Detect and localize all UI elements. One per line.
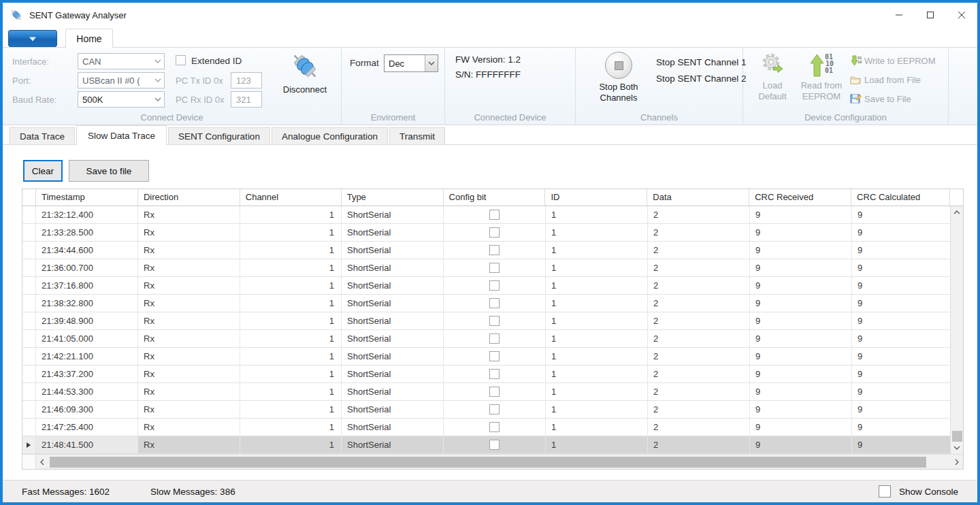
column-header-timestamp[interactable]: Timestamp [36,189,138,206]
table-row[interactable]: 21:42:21.100Rx1ShortSerial1299 [22,348,963,365]
table-row[interactable]: 21:39:48.900Rx1ShortSerial1299 [22,312,963,330]
cell-channel: 1 [240,224,342,242]
config-bit-checkbox[interactable] [489,351,500,361]
load-from-file-button[interactable]: Load from File [849,74,921,86]
stop-sent-channel-2-button[interactable]: Stop SENT Channel 2 [656,74,747,84]
tab-analogue-configuration[interactable]: Analogue Configuration [272,127,388,145]
cell-crc-received: 9 [750,295,852,312]
column-header-data[interactable]: Data [647,189,749,206]
scroll-left-icon[interactable] [36,455,48,469]
config-bit-checkbox[interactable] [489,422,500,432]
interface-combobox[interactable]: CAN [78,53,165,69]
scroll-up-icon[interactable] [951,206,963,218]
ribbon-tab-home[interactable]: Home [65,29,113,48]
column-header-crc-calculated[interactable]: CRC Calculated [851,189,950,206]
cell-crc-received: 9 [750,259,852,277]
baud-rate-combobox[interactable]: 500K [78,91,165,108]
horizontal-scroll-thumb[interactable] [50,457,926,468]
table-row[interactable]: 21:46:09.300Rx1ShortSerial1299 [22,401,963,419]
table-row[interactable]: 21:41:05.000Rx1ShortSerial1299 [22,330,963,348]
stop-both-channels-button[interactable]: Stop Both Channels [588,52,649,103]
table-row[interactable]: 21:43:37.200Rx1ShortSerial1299 [22,365,963,383]
tab-sent-configuration[interactable]: SENT Configuration [168,127,270,145]
table-row[interactable]: 21:33:28.500Rx1ShortSerial1299 [22,224,963,242]
cell-data: 2 [648,383,750,401]
column-header-id[interactable]: ID [545,189,647,206]
config-bit-checkbox[interactable] [489,280,500,291]
table-row[interactable]: 21:34:44.600Rx1ShortSerial1299 [22,242,963,259]
baud-rate-label: Baud Rate: [12,95,56,105]
maximize-button[interactable] [915,3,946,27]
save-to-file-toolbar-button[interactable]: Save to file [69,160,149,182]
cell-data: 2 [648,206,750,224]
stop-sent-channel-1-button[interactable]: Stop SENT Channel 1 [656,57,747,67]
write-to-eeprom-button[interactable]: 01 10 Write to EEPROM [849,54,936,67]
cell-crc-received: 9 [750,312,852,330]
cell-type: ShortSerial [342,224,444,242]
load-file-label: Load from File [864,75,921,85]
table-row[interactable]: 21:38:32.800Rx1ShortSerial1299 [22,295,963,312]
table-row[interactable]: 21:37:16.800Rx1ShortSerial1299 [22,277,963,295]
table-row[interactable]: 21:47:25.400Rx1ShortSerial1299 [22,419,963,436]
tab-slow-data-trace[interactable]: Slow Data Trace [76,125,167,145]
cell-config-bit [444,436,546,454]
group-device-configuration: Load Default 01 10 01 Read from EEPROM 0… [743,48,949,125]
cell-crc-received: 9 [750,419,852,436]
group-connected-device: FW Version: 1.2 S/N: FFFFFFFF Connected … [445,48,576,125]
scroll-down-icon[interactable] [951,442,963,454]
show-console-checkbox[interactable] [879,485,891,498]
chevron-down-icon [151,54,164,69]
cell-id: 1 [546,330,648,348]
column-header-config-bit[interactable]: Config bit [444,189,546,206]
close-button[interactable] [946,3,977,27]
port-combobox[interactable]: USBcan II #0 ( [78,72,165,88]
cell-config-bit [444,365,546,383]
cell-channel: 1 [240,436,342,454]
disconnect-button[interactable]: Disconnect [274,50,336,95]
vertical-scrollbar[interactable] [950,206,963,454]
cell-direction: Rx [138,206,240,224]
config-bit-checkbox[interactable] [489,263,500,273]
column-header-crc-received[interactable]: CRC Received [749,189,851,206]
config-bit-checkbox[interactable] [489,404,500,414]
vertical-scroll-thumb[interactable] [952,431,962,442]
tab-data-trace[interactable]: Data Trace [10,127,75,145]
column-header-channel[interactable]: Channel [240,189,342,206]
config-bit-checkbox[interactable] [489,316,500,326]
column-header-direction[interactable]: Direction [138,189,240,206]
load-default-button[interactable]: Load Default [751,52,794,102]
minimize-icon [895,11,903,19]
pc-rx-id-input[interactable]: 321 [231,91,262,108]
cell-id: 1 [546,259,648,277]
tab-transmit[interactable]: Transmit [389,127,445,145]
row-header-cell [22,419,36,436]
scroll-right-icon[interactable] [951,455,963,469]
table-row[interactable]: 21:48:41.500Rx1ShortSerial1299 [22,436,963,454]
read-from-eeprom-button[interactable]: 01 10 01 Read from EEPROM [796,52,847,102]
extended-id-checkbox[interactable] [176,55,186,65]
config-bit-checkbox[interactable] [489,387,500,397]
config-bit-checkbox[interactable] [489,369,500,379]
save-to-file-button[interactable]: Save to File [849,93,911,105]
table-row[interactable]: 21:44:53.300Rx1ShortSerial1299 [22,383,963,401]
config-bit-checkbox[interactable] [489,245,500,255]
config-bit-checkbox[interactable] [489,440,500,450]
clear-button[interactable]: Clear [23,160,63,182]
cell-timestamp: 21:37:16.800 [36,277,138,295]
pc-tx-id-input[interactable]: 123 [231,72,262,88]
application-menu-button[interactable] [8,30,57,47]
cell-channel: 1 [240,348,342,365]
config-bit-checkbox[interactable] [489,227,500,238]
horizontal-scrollbar[interactable] [36,455,963,469]
config-bit-checkbox[interactable] [489,298,500,308]
table-row[interactable]: 21:36:00.700Rx1ShortSerial1299 [22,259,963,277]
minimize-button[interactable] [883,3,915,27]
config-bit-checkbox[interactable] [489,210,500,220]
group-enviroment: Format Dec Enviroment [342,48,445,125]
config-bit-checkbox[interactable] [489,333,500,344]
slow-data-table: TimestampDirectionChannelTypeConfig bitI… [22,189,964,470]
table-row[interactable]: 21:32:12.400Rx1ShortSerial1299 [22,206,963,224]
format-combobox[interactable]: Dec [384,54,438,72]
column-header-type[interactable]: Type [342,189,444,206]
cell-timestamp: 21:47:25.400 [36,419,138,436]
